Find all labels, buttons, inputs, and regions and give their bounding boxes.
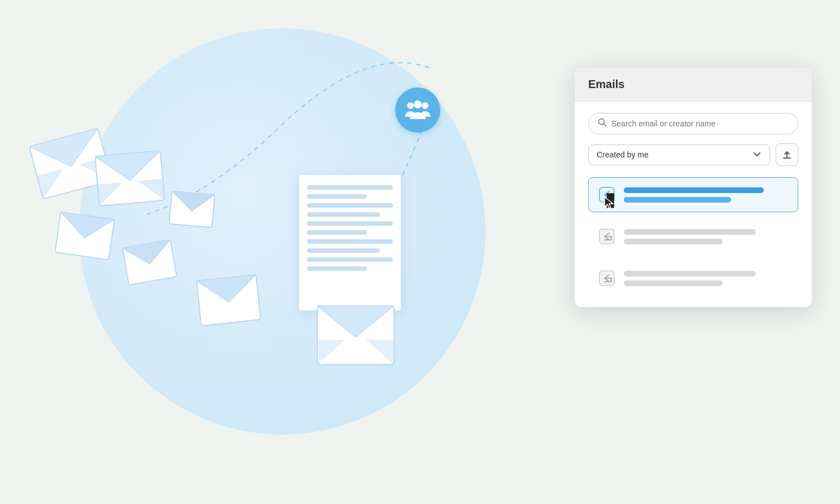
doc-line [307, 248, 380, 253]
people-bubble [395, 87, 440, 133]
email-return-icon-3 [598, 269, 616, 287]
central-document [299, 175, 401, 310]
panel-title: Emails [588, 78, 624, 90]
doc-line [307, 266, 367, 271]
doc-line [307, 203, 393, 208]
email-list-item-3[interactable] [588, 261, 798, 296]
panel-header: Emails [575, 68, 812, 102]
filter-row: Created by me [588, 143, 798, 166]
doc-line [307, 221, 393, 226]
doc-line [307, 257, 393, 262]
search-icon [598, 118, 607, 129]
search-input[interactable] [611, 119, 789, 128]
doc-line [307, 230, 367, 235]
search-box[interactable] [588, 113, 798, 134]
email-subtitle-line-1 [624, 197, 731, 203]
email-title-line-3 [624, 271, 756, 277]
email-return-icon-2 [598, 227, 616, 246]
email-item-content-2 [624, 229, 789, 244]
filter-dropdown-label: Created by me [597, 150, 649, 159]
envelope-3 [54, 211, 116, 261]
doc-line [307, 239, 393, 244]
upload-button[interactable] [776, 143, 798, 166]
scene: Emails Created by me [0, 0, 840, 504]
filter-dropdown[interactable]: Created by me [588, 144, 770, 165]
email-subtitle-line-3 [624, 281, 723, 286]
envelope-2 [94, 150, 166, 207]
email-subtitle-line-2 [624, 239, 723, 244]
doc-line [307, 194, 367, 199]
email-list: ▊ [588, 177, 798, 296]
svg-line-24 [604, 124, 606, 126]
envelope-5 [168, 190, 216, 229]
svg-point-0 [407, 102, 414, 109]
emails-panel: Emails Created by me [575, 68, 812, 307]
email-list-item-2[interactable] [588, 219, 798, 254]
mouse-cursor [603, 196, 615, 209]
email-title-line-2 [624, 229, 756, 235]
doc-envelope [316, 305, 395, 366]
email-title-line-1 [624, 187, 764, 193]
envelope-6 [195, 273, 262, 327]
svg-marker-27 [605, 197, 613, 208]
email-list-item-1[interactable]: ▊ [588, 177, 798, 212]
svg-point-2 [414, 100, 422, 108]
people-icon [405, 100, 431, 120]
email-item-content-1 [624, 187, 789, 203]
doc-line [307, 185, 393, 190]
chevron-down-icon [753, 150, 762, 160]
doc-line [307, 212, 380, 217]
email-item-content-3 [624, 271, 789, 286]
svg-point-1 [422, 102, 428, 109]
panel-body: Created by me [575, 102, 812, 307]
